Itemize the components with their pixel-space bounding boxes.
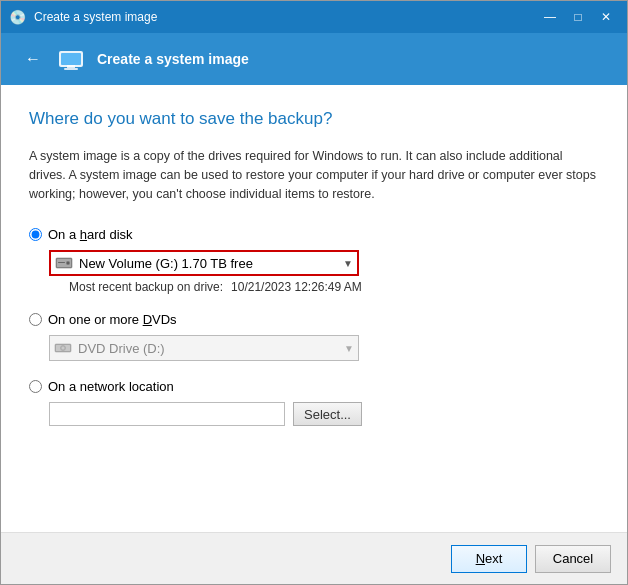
svg-rect-1 [61, 53, 81, 65]
recent-backup-info: Most recent backup on drive: 10/21/2023 … [69, 280, 599, 294]
hard-disk-label: On a hard disk [48, 227, 133, 242]
content: Where do you want to save the backup? A … [1, 85, 627, 532]
svg-point-7 [67, 262, 69, 264]
dvd-icon [54, 341, 72, 355]
description: A system image is a copy of the drives r… [29, 147, 599, 203]
hard-disk-dropdown-wrapper: New Volume (G:) 1.70 TB free ▼ Most rece… [49, 250, 599, 294]
window-title: Create a system image [34, 10, 157, 24]
dvd-radio-label[interactable]: On one or more DVDs [29, 312, 599, 327]
window: 💿 Create a system image — □ ✕ ← Create a… [0, 0, 628, 585]
minimize-button[interactable]: — [537, 7, 563, 27]
dvd-dropdown-text: DVD Drive (D:) [78, 341, 344, 356]
dvd-dropdown-wrapper: DVD Drive (D:) ▼ [49, 335, 599, 361]
title-bar-left: 💿 Create a system image [9, 9, 157, 25]
header-title: Create a system image [97, 51, 249, 67]
network-radio-label[interactable]: On a network location [29, 379, 599, 394]
network-label: On a network location [48, 379, 174, 394]
dvd-radio[interactable] [29, 313, 42, 326]
hard-disk-dropdown-arrow: ▼ [343, 258, 353, 269]
hard-disk-dropdown-text: New Volume (G:) 1.70 TB free [79, 256, 343, 271]
network-option-group: On a network location Select... [29, 379, 599, 426]
back-button[interactable]: ← [21, 46, 45, 72]
svg-rect-3 [64, 68, 78, 70]
cancel-button[interactable]: Cancel [535, 545, 611, 573]
header-bar: ← Create a system image [1, 33, 627, 85]
next-label: Next [476, 551, 503, 566]
footer: Next Cancel [1, 532, 627, 584]
dvd-option-group: On one or more DVDs DVD Drive (D:) ▼ [29, 312, 599, 361]
dvd-label-d: D [143, 312, 152, 327]
svg-rect-8 [58, 262, 65, 263]
svg-rect-2 [67, 65, 75, 68]
network-input-row: Select... [49, 402, 599, 426]
recent-backup-label: Most recent backup on drive: [69, 280, 223, 294]
hard-disk-option-group: On a hard disk New Volume (G:) 1.70 TB f… [29, 227, 599, 294]
select-button[interactable]: Select... [293, 402, 362, 426]
hard-disk-radio[interactable] [29, 228, 42, 241]
network-location-input[interactable] [49, 402, 285, 426]
hard-disk-label-h: h [80, 227, 87, 242]
maximize-button[interactable]: □ [565, 7, 591, 27]
svg-point-12 [62, 347, 64, 349]
title-bar-controls: — □ ✕ [537, 7, 619, 27]
title-bar: 💿 Create a system image — □ ✕ [1, 1, 627, 33]
window-icon: 💿 [9, 9, 26, 25]
page-title: Where do you want to save the backup? [29, 109, 599, 129]
network-radio[interactable] [29, 380, 42, 393]
dvd-dropdown: DVD Drive (D:) ▼ [49, 335, 359, 361]
recent-backup-value: 10/21/2023 12:26:49 AM [231, 280, 362, 294]
close-button[interactable]: ✕ [593, 7, 619, 27]
hard-disk-radio-label[interactable]: On a hard disk [29, 227, 599, 242]
dvd-dropdown-arrow: ▼ [344, 343, 354, 354]
next-button[interactable]: Next [451, 545, 527, 573]
header-icon [57, 45, 85, 73]
hard-disk-dropdown[interactable]: New Volume (G:) 1.70 TB free ▼ [49, 250, 359, 276]
hdd-icon [55, 256, 73, 270]
dvd-label: On one or more DVDs [48, 312, 177, 327]
